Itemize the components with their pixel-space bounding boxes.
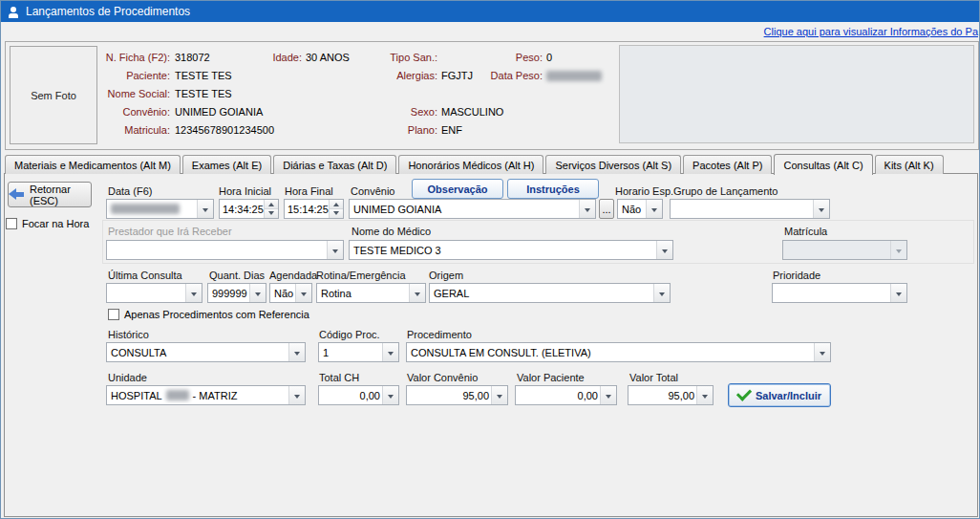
prestador-label: Prestador que Irá Receber	[108, 226, 232, 237]
ficha-value: 318072	[175, 52, 210, 63]
prioridade-dropdown-icon[interactable]	[890, 284, 906, 302]
valor-total-dropdown-icon[interactable]	[696, 386, 713, 404]
tab-diarias-e-taxas[interactable]: Diárias e Taxas (Alt D)	[273, 155, 396, 174]
valor-convenio-combo[interactable]: 95,00	[406, 385, 508, 405]
codigo-proc-dropdown-icon[interactable]	[382, 343, 398, 361]
valor-total-combo[interactable]: 95,00	[628, 385, 714, 405]
quant-dias-dropdown-icon[interactable]	[249, 284, 266, 302]
rotina-emergencia-combo[interactable]: Rotina	[316, 283, 426, 303]
data-f6-label: Data (F6)	[108, 185, 152, 197]
tab-pacotes[interactable]: Pacotes (Alt P)	[683, 155, 772, 174]
matricula-dropdown-icon	[890, 241, 906, 259]
nome-medico-value: TESTE MEDICO 3	[350, 241, 656, 259]
valor-paciente-combo[interactable]: 0,00	[515, 385, 617, 405]
convenio-combo[interactable]: UNIMED GOIANIA	[349, 199, 596, 219]
title-bar[interactable]: Lançamentos de Procedimentos	[1, 1, 979, 22]
hora-inicial-label: Hora Inicial	[219, 185, 271, 197]
hora-inicial-value: 14:34:25	[220, 200, 264, 218]
origem-combo[interactable]: GERAL	[429, 283, 671, 303]
hora-final-spinner[interactable]: 15:14:25	[284, 199, 344, 219]
patient-info-panel: Sem Foto N. Ficha (F2): 318072 Paciente:…	[5, 41, 979, 150]
grupo-lancamento-dropdown-icon[interactable]	[813, 200, 829, 218]
convenio-label: Convênio:	[44, 106, 170, 118]
horario-esp-combo[interactable]: Não	[617, 199, 663, 219]
convenio-dropdown-icon[interactable]	[579, 200, 595, 218]
valor-paciente-dropdown-icon[interactable]	[600, 386, 616, 404]
nome-medico-combo[interactable]: TESTE MEDICO 3	[349, 240, 673, 260]
hora-inicial-spinner[interactable]: 14:34:25	[219, 199, 279, 219]
total-ch-label: Total CH	[319, 372, 359, 383]
codigo-proc-combo[interactable]: 1	[318, 342, 399, 362]
tab-kits[interactable]: Kits (Alt K)	[875, 155, 944, 174]
data-f6-dropdown-icon[interactable]	[197, 200, 213, 218]
tab-consultas[interactable]: Consultas (Alt C)	[774, 154, 872, 175]
retornar-button[interactable]: Retornar (ESC)	[8, 182, 92, 207]
convenio-ellipsis-button[interactable]: ...	[599, 199, 614, 219]
instrucoes-button[interactable]: Instruções	[507, 179, 599, 199]
spin-up-icon[interactable]	[265, 200, 278, 208]
observacao-button[interactable]: Observação	[412, 179, 503, 199]
paciente-value: TESTE TES	[175, 70, 232, 81]
patient-extra-panel	[619, 45, 974, 143]
apenas-referencia-checkbox[interactable]: Apenas Procedimentos com Referencia	[108, 309, 309, 320]
historico-dropdown-icon[interactable]	[288, 343, 305, 361]
data-f6-combo[interactable]	[106, 199, 214, 219]
valor-convenio-value: 95,00	[407, 386, 491, 404]
nome-medico-dropdown-icon[interactable]	[656, 241, 672, 259]
plano-value: ENF	[441, 124, 462, 136]
rotina-emergencia-dropdown-icon[interactable]	[409, 284, 425, 302]
matricula-field-label: Matrícula	[784, 226, 827, 237]
salvar-label: Salvar/Incluir	[756, 390, 821, 401]
tab-materiais-e-medicamentos[interactable]: Materiais e Medicamentos (Alt M)	[5, 155, 181, 174]
back-arrow-icon	[9, 188, 25, 201]
agendada-dropdown-icon[interactable]	[295, 284, 311, 302]
tab-exames[interactable]: Exames (Alt E)	[182, 155, 271, 174]
grupo-lancamento-value	[671, 200, 813, 218]
matricula-combo-value	[783, 241, 890, 259]
redacted-unidade	[166, 390, 189, 400]
codigo-proc-value: 1	[319, 343, 382, 361]
tab-honorarios-medicos[interactable]: Honorários Médicos (Alt H)	[398, 155, 543, 174]
patient-info-link[interactable]: Clique aqui para visualizar Informações …	[764, 26, 978, 37]
grupo-lancamento-combo[interactable]	[670, 199, 830, 219]
peso-label: Peso:	[460, 52, 543, 63]
tab-servicos-diversos[interactable]: Serviços Diversos (Alt S)	[545, 155, 681, 174]
quant-dias-combo[interactable]: 999999	[207, 283, 266, 303]
salvar-incluir-button[interactable]: Salvar/Incluir	[728, 383, 831, 407]
prestador-combo[interactable]	[106, 240, 344, 260]
focar-na-hora-checkbox[interactable]: Focar na Hora	[6, 218, 89, 229]
agendada-combo[interactable]: Não	[269, 283, 312, 303]
spin-up-icon[interactable]	[330, 200, 343, 208]
prestador-value	[107, 241, 327, 259]
ultima-consulta-value	[107, 284, 185, 302]
total-ch-dropdown-icon[interactable]	[382, 386, 398, 404]
focar-checkbox-box[interactable]	[6, 218, 17, 229]
rotina-emergencia-label: Rotina/Emergência	[316, 270, 406, 281]
origem-dropdown-icon[interactable]	[653, 284, 670, 302]
spin-down-icon[interactable]	[265, 208, 278, 218]
data-f6-value	[107, 200, 197, 218]
unidade-prefix: HOSPITAL	[111, 390, 162, 401]
matricula-value: 12345678901234500	[175, 124, 274, 136]
historico-combo[interactable]: CONSULTA	[106, 342, 306, 362]
convenio-field-label: Convênio	[351, 185, 394, 197]
unidade-combo[interactable]: HOSPITAL - MATRIZ	[106, 385, 306, 405]
quant-dias-label: Quant. Dias	[209, 270, 265, 281]
procedimento-dropdown-icon[interactable]	[814, 343, 830, 361]
horario-esp-dropdown-icon[interactable]	[646, 200, 662, 218]
prioridade-label: Prioridade	[773, 270, 820, 281]
plano-label: Plano:	[355, 124, 437, 136]
ultima-consulta-dropdown-icon[interactable]	[185, 284, 202, 302]
procedure-entry-window: Lançamentos de Procedimentos Clique aqui…	[0, 0, 980, 519]
prioridade-combo[interactable]	[772, 283, 907, 303]
valor-convenio-dropdown-icon[interactable]	[491, 386, 507, 404]
prestador-dropdown-icon[interactable]	[327, 241, 343, 259]
check-icon	[736, 385, 752, 400]
ultima-consulta-combo[interactable]	[106, 283, 202, 303]
total-ch-combo[interactable]: 0,00	[318, 385, 399, 405]
unidade-dropdown-icon[interactable]	[288, 386, 305, 404]
spin-down-icon[interactable]	[330, 208, 343, 218]
procedimento-combo[interactable]: CONSULTA EM CONSULT. (ELETIVA)	[406, 342, 831, 362]
historico-label: Histórico	[108, 329, 149, 340]
apenas-checkbox-box[interactable]	[108, 309, 119, 320]
